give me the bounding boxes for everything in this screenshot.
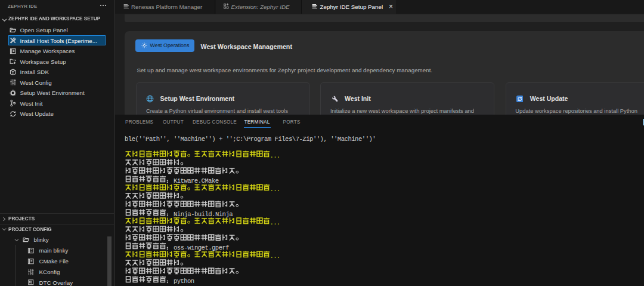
svg-text:...: ... (270, 253, 281, 260)
svg-text:oss-winget.gperf: oss-winget.gperf (174, 244, 230, 251)
svg-text:Kitware.CMake: Kitware.CMake (174, 177, 219, 184)
svg-text:...: ... (270, 186, 281, 193)
svg-text:python: python (174, 278, 194, 285)
svg-text:...: ... (270, 152, 281, 159)
svg-text:...: ... (270, 219, 281, 226)
svg-text:ble(''Path'', ''Machine'') + ': ble(''Path'', ''Machine'') + '';C:\Progr… (125, 136, 376, 143)
svg-text:Ninja-build.Ninja: Ninja-build.Ninja (174, 211, 233, 218)
